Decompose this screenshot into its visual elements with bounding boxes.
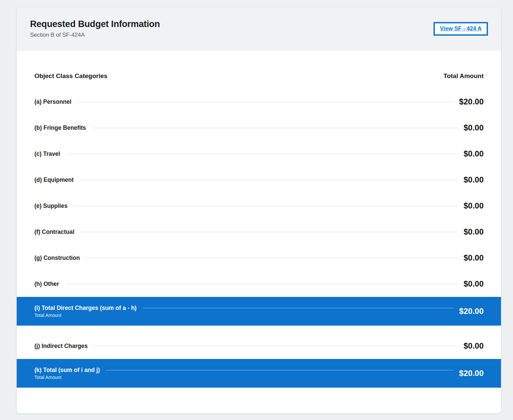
row-label: (i) Total Direct Charges (sum of a - h) [34, 305, 137, 312]
leader-line [92, 128, 458, 128]
budget-row: (j) Indirect Charges$0.00 [17, 333, 501, 359]
row-label-block: (k) Total (sum of i and j)Total Amount [34, 367, 459, 380]
budget-row: (a) Personnel$20.00 [17, 89, 501, 115]
leader-line [80, 180, 458, 180]
leader-line [73, 206, 458, 206]
column-header-categories: Object Class Categories [34, 72, 108, 80]
column-header-total-amount: Total Amount [444, 72, 484, 80]
budget-row: (h) Other$0.00 [17, 271, 501, 297]
card-header: Requested Budget Information Section B o… [17, 7, 501, 50]
row-label: (g) Construction [34, 255, 80, 262]
row-amount: $20.00 [459, 307, 484, 316]
row-label: (j) Indirect Charges [34, 343, 88, 350]
row-amount: $0.00 [464, 201, 484, 211]
row-label: (a) Personnel [34, 98, 71, 105]
budget-row: (k) Total (sum of i and j)Total Amount$2… [17, 359, 501, 388]
row-label-line: (k) Total (sum of i and j) [34, 367, 459, 374]
leader-line [66, 154, 458, 154]
leader-line [77, 102, 453, 102]
row-label: (h) Other [34, 281, 59, 288]
row-amount: $0.00 [464, 123, 484, 132]
budget-row: (d) Equipment$0.00 [17, 167, 501, 193]
row-label: (b) Fringe Benefits [34, 124, 86, 131]
row-label: (d) Equipment [34, 176, 74, 183]
budget-table: Object Class Categories Total Amount (a)… [17, 50, 501, 413]
budget-row: (g) Construction$0.00 [17, 245, 501, 271]
budget-row: (i) Total Direct Charges (sum of a - h)T… [17, 297, 501, 326]
page-background: Requested Budget Information Section B o… [0, 0, 513, 420]
view-sf424a-link[interactable]: View SF - 424 A [434, 22, 488, 36]
row-amount: $0.00 [464, 227, 484, 237]
leader-line [143, 308, 453, 308]
leader-line [94, 346, 457, 346]
row-amount: $0.00 [464, 279, 484, 289]
leader-line [65, 284, 458, 284]
row-amount: $20.00 [459, 369, 484, 378]
row-label: (f) Contractual [34, 229, 74, 236]
row-sublabel: Total Amount [34, 375, 459, 380]
budget-row: (c) Travel$0.00 [17, 141, 501, 167]
budget-row: (e) Supplies$0.00 [17, 193, 501, 219]
row-label-block: (i) Total Direct Charges (sum of a - h)T… [34, 305, 459, 318]
row-label: (c) Travel [34, 150, 60, 157]
requested-budget-card: Requested Budget Information Section B o… [17, 7, 501, 413]
row-label-line: (i) Total Direct Charges (sum of a - h) [34, 305, 459, 312]
row-amount: $20.00 [459, 97, 484, 106]
row-label: (e) Supplies [34, 202, 67, 209]
row-amount: $0.00 [464, 253, 484, 263]
table-header-row: Object Class Categories Total Amount [17, 70, 501, 82]
budget-row: (b) Fringe Benefits$0.00 [17, 115, 501, 141]
row-sublabel: Total Amount [34, 313, 459, 318]
row-amount: $0.00 [464, 149, 484, 158]
budget-rows: (a) Personnel$20.00(b) Fringe Benefits$0… [17, 89, 501, 388]
row-label: (k) Total (sum of i and j) [34, 367, 100, 374]
page-subtitle: Section B of SF-424A [30, 32, 160, 38]
row-amount: $0.00 [464, 341, 484, 351]
leader-line [106, 370, 453, 370]
leader-line [86, 258, 458, 258]
header-text: Requested Budget Information Section B o… [30, 19, 160, 38]
row-amount: $0.00 [464, 175, 484, 184]
page-title: Requested Budget Information [30, 19, 160, 29]
leader-line [80, 232, 458, 232]
budget-row: (f) Contractual$0.00 [17, 219, 501, 245]
